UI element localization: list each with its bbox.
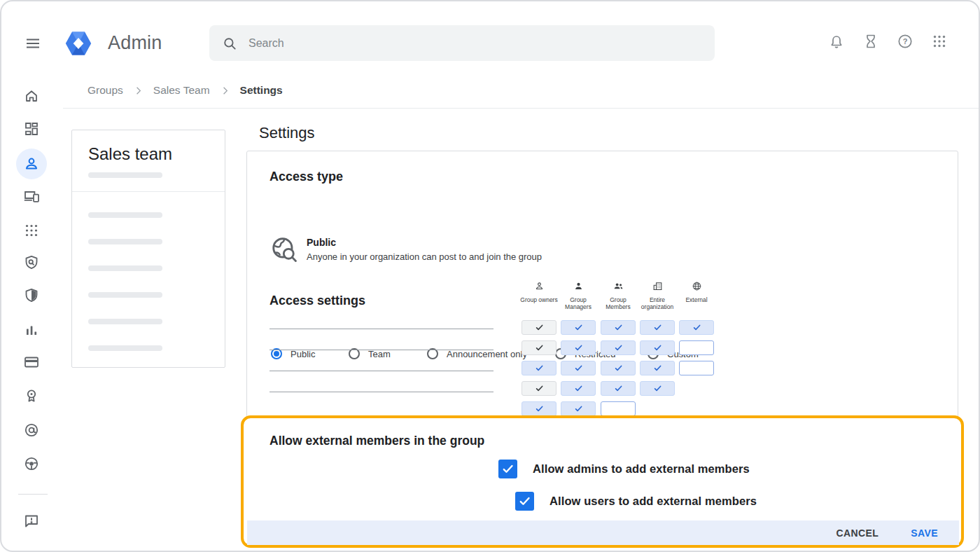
placeholder-line — [88, 292, 162, 298]
apps-grid-icon — [931, 33, 948, 50]
access-cell-r3-c4[interactable] — [640, 361, 675, 375]
access-cell-r2-c1 — [522, 340, 556, 355]
access-cell-r4-c2[interactable] — [561, 381, 596, 396]
allow-users-checkbox[interactable] — [515, 492, 534, 511]
group-panel-divider — [72, 191, 225, 192]
matrix-column-label: Entire organization — [638, 296, 677, 310]
allow-admins-label: Allow admins to add external members — [533, 462, 750, 476]
sidebar-item-dashboard[interactable] — [16, 113, 47, 144]
access-cell-r5-c3[interactable] — [601, 401, 636, 416]
allow-users-label: Allow users to add external members — [550, 495, 757, 508]
apps-icon — [23, 222, 40, 239]
placeholder-line — [88, 172, 162, 178]
access-cell-r2-c4[interactable] — [640, 340, 675, 355]
access-type-info-title: Public — [307, 237, 336, 248]
nav-divider — [18, 494, 48, 495]
hourglass-icon — [862, 33, 879, 50]
matrix-column-group-members: Group Members — [598, 281, 638, 310]
access-cell-r2-c2[interactable] — [561, 340, 596, 355]
access-cell-r5-c2[interactable] — [561, 401, 596, 416]
sidebar-item-compliance-shield[interactable] — [16, 280, 47, 311]
menu-icon[interactable] — [24, 35, 42, 52]
sidebar-item-devices[interactable] — [16, 181, 47, 212]
person-icon — [23, 156, 40, 172]
help-icon: ? — [897, 33, 913, 50]
access-cell-r1-c2[interactable] — [561, 320, 596, 335]
badge-icon — [23, 387, 40, 404]
allow-users-row: Allow users to add external members — [515, 492, 757, 511]
person-outline-icon — [534, 281, 545, 291]
access-cell-r2-c5[interactable] — [679, 340, 714, 355]
shield-icon — [23, 287, 40, 304]
pending-tasks-button[interactable] — [862, 33, 879, 50]
save-button[interactable]: SAVE — [911, 527, 938, 539]
people-icon — [613, 281, 624, 291]
access-cell-r1-c1 — [522, 320, 556, 335]
steering-wheel-icon — [23, 455, 40, 472]
dashboard-icon — [23, 120, 40, 137]
chevron-right-icon — [219, 85, 231, 97]
cancel-button[interactable]: CANCEL — [836, 527, 879, 539]
breadcrumb-link[interactable]: Groups — [88, 84, 123, 97]
matrix-column-group-owners: Group owners — [519, 281, 559, 303]
setting-row-placeholder — [270, 350, 493, 350]
sidebar-item-support[interactable] — [16, 448, 47, 479]
bell-icon — [828, 33, 845, 50]
breadcrumb: GroupsSales TeamSettings — [88, 84, 283, 97]
search-bar[interactable] — [209, 25, 715, 61]
search-input[interactable] — [247, 36, 702, 50]
settings-card: Access type PublicTeamAnnouncement onlyR… — [246, 151, 958, 544]
access-cell-r4-c1 — [522, 381, 556, 396]
globe-icon — [692, 281, 702, 291]
access-cell-r4-c3[interactable] — [601, 381, 636, 396]
access-cell-r3-c5[interactable] — [679, 361, 714, 375]
sidebar-item-security[interactable] — [16, 247, 47, 278]
breadcrumb-divider — [63, 108, 979, 109]
sidebar-item-home[interactable] — [16, 81, 47, 111]
matrix-column-external: External — [677, 281, 716, 303]
svg-text:?: ? — [903, 37, 908, 46]
product-name: Admin — [108, 32, 162, 54]
sidebar-item-domains[interactable] — [16, 415, 47, 446]
access-cell-r1-c5[interactable] — [679, 320, 714, 335]
help-button[interactable]: ? — [897, 33, 913, 50]
sidebar-item-apps[interactable] — [16, 215, 47, 246]
page-title: Settings — [259, 124, 315, 142]
sidebar-item-billing[interactable] — [16, 347, 47, 378]
sidebar-item-reporting[interactable] — [16, 315, 47, 346]
access-cell-r3-c3[interactable] — [601, 361, 636, 375]
access-cell-r2-c3[interactable] — [601, 340, 636, 355]
group-title: Sales team — [88, 144, 172, 164]
access-cell-r1-c3[interactable] — [601, 320, 636, 335]
search-icon — [222, 36, 237, 51]
person-filled-icon — [573, 281, 584, 291]
action-bar: CANCEL SAVE — [247, 520, 959, 545]
app-launcher-button[interactable] — [931, 33, 948, 50]
devices-icon — [23, 188, 40, 205]
access-cell-r3-c2[interactable] — [561, 361, 596, 375]
external-members-heading: Allow external members in the group — [270, 434, 484, 448]
matrix-column-label: Group Members — [598, 296, 638, 310]
feedback-icon[interactable] — [23, 513, 40, 530]
breadcrumb-link[interactable]: Sales Team — [153, 84, 210, 97]
setting-row-placeholder — [270, 392, 493, 392]
access-cell-r5-c1[interactable] — [522, 401, 556, 416]
chevron-right-icon — [132, 85, 144, 97]
setting-row-placeholder — [270, 329, 493, 329]
access-settings-heading: Access settings — [270, 294, 365, 308]
allow-admins-checkbox[interactable] — [498, 460, 517, 478]
admin-console-window: Admin ? GroupsSales TeamSettings Sales t… — [0, 0, 980, 552]
placeholder-line — [88, 239, 162, 244]
matrix-column-label: External — [677, 296, 716, 303]
access-cell-r4-c4[interactable] — [640, 381, 675, 396]
notifications-button[interactable] — [828, 33, 845, 50]
group-panel: Sales team — [71, 130, 225, 368]
access-type-info-description: Anyone in your organization can post to … — [307, 251, 542, 262]
sidebar-item-directory[interactable] — [16, 149, 47, 179]
sidebar-item-account-badge[interactable] — [16, 380, 47, 411]
setting-row-placeholder — [270, 371, 493, 371]
topbar-actions: ? — [828, 33, 948, 50]
breadcrumb-current: Settings — [240, 84, 283, 97]
access-cell-r3-c1[interactable] — [522, 361, 556, 375]
access-cell-r1-c4[interactable] — [640, 320, 675, 335]
